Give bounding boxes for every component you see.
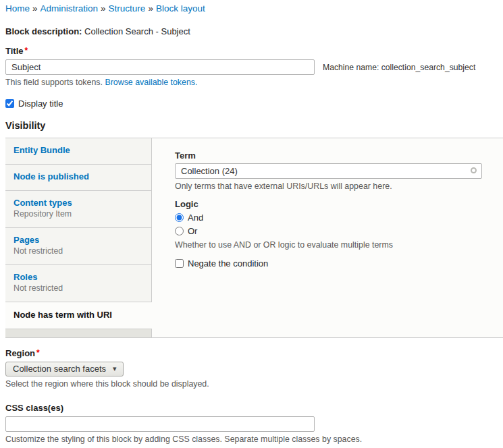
logic-description: Whether to use AND or OR logic to evalua…: [175, 240, 489, 250]
tab-entity-bundle[interactable]: Entity Bundle: [5, 138, 152, 165]
tab-label: Roles: [14, 272, 143, 282]
region-label: Region*: [5, 348, 40, 358]
logic-or-radio[interactable]: [175, 227, 184, 235]
tab-roles[interactable]: Roles Not restricted: [5, 265, 152, 302]
title-input[interactable]: [5, 59, 315, 75]
tab-label: Node is published: [14, 171, 143, 181]
block-description-value: Collection Search - Subject: [84, 26, 190, 36]
title-form-item: Title* Machine name: collection_search_s…: [5, 46, 503, 87]
term-label: Term: [175, 150, 489, 161]
logic-or-label[interactable]: Or: [188, 226, 197, 236]
tab-label: Node has term with URI: [14, 310, 144, 320]
visibility-tab-pane: Term Only terms that have external URIs/…: [152, 138, 503, 337]
tab-node-is-published[interactable]: Node is published: [5, 165, 152, 191]
browse-tokens-link[interactable]: Browse available tokens.: [105, 78, 197, 87]
breadcrumb-link-home[interactable]: Home: [5, 3, 30, 13]
breadcrumb-separator: »: [32, 3, 38, 13]
logic-and-label[interactable]: And: [188, 213, 203, 223]
vertical-tabs-menu: Entity Bundle Node is published Content …: [5, 138, 152, 337]
display-title-row: Display title: [5, 99, 503, 109]
tab-node-has-term-with-uri[interactable]: Node has term with URI: [5, 302, 152, 329]
display-title-label[interactable]: Display title: [18, 99, 63, 109]
tab-label: Content types: [14, 198, 143, 208]
term-description: Only terms that have external URIs/URLs …: [175, 181, 489, 191]
required-asterisk: *: [25, 46, 28, 55]
logic-and-radio[interactable]: [175, 213, 184, 222]
breadcrumb-separator: »: [101, 3, 106, 13]
title-label: Title*: [5, 46, 28, 56]
negate-row: Negate the condition: [175, 258, 489, 269]
visibility-vertical-tabs: Entity Bundle Node is published Content …: [5, 138, 503, 338]
machine-name-text: Machine name: collection_search_subject: [323, 63, 475, 72]
tab-summary: Not restricted: [14, 283, 143, 293]
block-description: Block description: Collection Search - S…: [5, 26, 503, 36]
chevron-down-icon: ▾: [113, 364, 117, 373]
required-asterisk: *: [36, 348, 40, 358]
region-select[interactable]: Collection search facets ▾: [5, 362, 124, 376]
tab-summary: Not restricted: [14, 246, 143, 256]
term-autocomplete-input[interactable]: [175, 163, 482, 179]
region-form-item: Region* Collection search facets ▾ Selec…: [5, 348, 503, 389]
css-classes-description: Customize the styling of this block by a…: [5, 435, 503, 444]
display-title-checkbox[interactable]: [5, 99, 14, 108]
tab-label: Pages: [14, 235, 143, 245]
block-description-label: Block description:: [5, 26, 82, 36]
region-description: Select the region where this block shoul…: [5, 379, 503, 389]
logic-or-row: Or: [175, 224, 489, 237]
region-select-value: Collection search facets: [13, 364, 106, 374]
breadcrumb-link-block-layout[interactable]: Block layout: [156, 3, 205, 13]
tab-label: Entity Bundle: [14, 145, 143, 155]
css-classes-form-item: CSS class(es) Customize the styling of t…: [5, 403, 503, 444]
negate-condition-checkbox[interactable]: [175, 259, 184, 268]
tab-summary: Repository Item: [14, 209, 143, 219]
tab-pages[interactable]: Pages Not restricted: [5, 228, 152, 265]
autocomplete-throbber-icon: [471, 167, 477, 173]
negate-condition-label[interactable]: Negate the condition: [188, 258, 268, 269]
breadcrumb-link-structure[interactable]: Structure: [109, 3, 146, 13]
tabs-menu-filler: [5, 329, 152, 337]
breadcrumb: Home»Administration»Structure»Block layo…: [5, 3, 503, 13]
css-classes-label: CSS class(es): [5, 403, 63, 413]
visibility-heading: Visibility: [5, 120, 503, 131]
title-description: This field supports tokens. Browse avail…: [5, 78, 503, 87]
logic-label: Logic: [175, 199, 489, 209]
breadcrumb-link-administration[interactable]: Administration: [41, 3, 99, 13]
css-classes-input[interactable]: [5, 416, 315, 432]
logic-and-row: And: [175, 211, 489, 224]
tab-content-types[interactable]: Content types Repository Item: [5, 191, 152, 228]
breadcrumb-separator: »: [148, 3, 153, 13]
